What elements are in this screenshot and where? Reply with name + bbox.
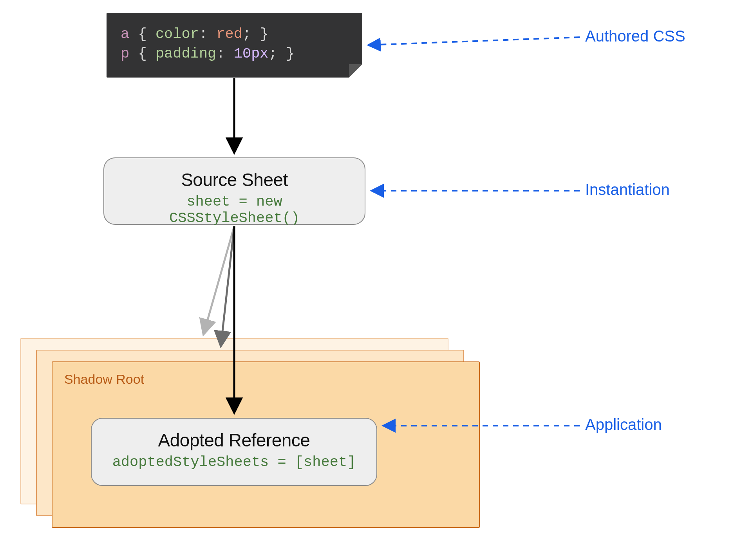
- code-token: a: [121, 26, 129, 42]
- code-token: red: [216, 26, 242, 42]
- box-code: sheet = new CSSStyleSheet(): [118, 193, 351, 226]
- code-token: :: [199, 26, 208, 42]
- arrow-source-to-shadow-mid: [221, 226, 234, 345]
- annotation-instantiation: Instantiation: [585, 181, 670, 199]
- code-token: }: [260, 26, 268, 42]
- box-title: Adopted Reference: [105, 430, 363, 451]
- source-sheet-box: Source Sheet sheet = new CSSStyleSheet(): [103, 157, 365, 225]
- code-token: padding: [155, 45, 216, 62]
- code-line-1: a { color: red; }: [121, 25, 348, 44]
- annotation-authored-css: Authored CSS: [585, 27, 685, 45]
- page-fold-icon: [349, 64, 362, 78]
- code-token: {: [138, 26, 146, 42]
- adopted-reference-box: Adopted Reference adoptedStyleSheets = […: [91, 418, 377, 486]
- code-token: :: [216, 45, 225, 62]
- code-token: }: [286, 45, 295, 62]
- code-token: ;: [242, 26, 251, 42]
- code-line-2: p { padding: 10px; }: [121, 44, 348, 64]
- code-token: ;: [269, 45, 277, 62]
- authored-css-code-box: a { color: red; } p { padding: 10px; }: [107, 13, 362, 78]
- annotation-application: Application: [585, 416, 662, 434]
- shadow-root-label: Shadow Root: [64, 372, 144, 387]
- code-token: p: [121, 45, 129, 62]
- code-token: {: [138, 45, 146, 62]
- box-code: adoptedStyleSheets = [sheet]: [105, 454, 363, 470]
- annotation-arrow-authored: [369, 37, 580, 45]
- code-token: color: [155, 26, 199, 42]
- code-token: 10px: [234, 45, 269, 62]
- box-title: Source Sheet: [118, 169, 351, 190]
- arrow-source-to-shadow-back: [204, 226, 234, 334]
